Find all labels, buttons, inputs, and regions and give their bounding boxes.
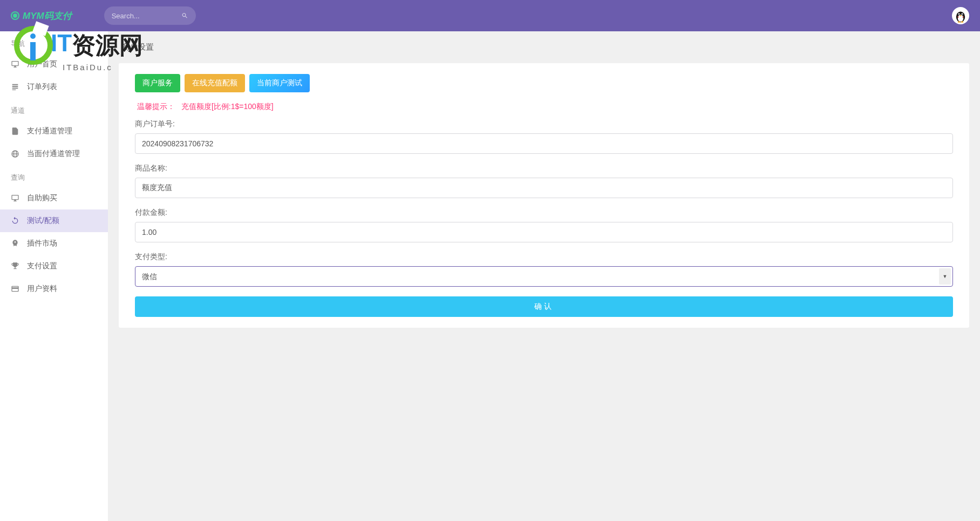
paytype-select[interactable]: 微信 <box>135 266 953 287</box>
tabs: 商户服务 在线充值配额 当前商户测试 <box>135 74 953 92</box>
sidebar-item-label: 自助购买 <box>27 193 57 203</box>
tab-merchant-test[interactable]: 当前商户测试 <box>249 74 310 92</box>
doc-icon <box>11 127 19 136</box>
sidebar-item-test-quota[interactable]: 测试/配额 <box>0 209 108 232</box>
sidebar-item-label: 插件市场 <box>27 239 57 248</box>
brand-icon <box>11 11 19 20</box>
sidebar-item-label: 订单列表 <box>27 82 57 92</box>
list-icon <box>11 83 19 91</box>
trophy-icon <box>11 262 19 270</box>
sidebar-item-plugin[interactable]: 插件市场 <box>0 232 108 255</box>
sidebar-item-face-channel[interactable]: 当面付通道管理 <box>0 143 108 165</box>
amount-label: 付款金额: <box>135 208 953 218</box>
main-content: 商户设置 商户服务 在线充值配额 当前商户测试 温馨提示： 充值额度[比例:1$… <box>108 31 980 521</box>
svg-point-8 <box>961 22 964 23</box>
sidebar-item-pay-settings[interactable]: 支付设置 <box>0 255 108 278</box>
order-input[interactable] <box>135 133 953 154</box>
penguin-icon <box>953 8 968 23</box>
hint-text: 充值额度[比例:1$=100额度] <box>181 102 274 111</box>
sidebar-item-label: 支付通道管理 <box>27 126 72 136</box>
sidebar-item-orders[interactable]: 订单列表 <box>0 76 108 98</box>
monitor-icon <box>11 60 19 69</box>
svg-point-6 <box>959 15 962 16</box>
submit-button[interactable]: 确认 <box>135 296 953 317</box>
tab-online-recharge[interactable]: 在线充值配额 <box>185 74 245 92</box>
sidebar-item-pay-channel[interactable]: 支付通道管理 <box>0 120 108 143</box>
top-header: MYM码支付 <box>0 0 980 31</box>
svg-point-4 <box>959 14 960 15</box>
sidebar-section-header: 导航 <box>0 31 108 53</box>
sidebar-section-header: 通道 <box>0 98 108 120</box>
brand-text: MYM码支付 <box>23 10 72 22</box>
paytype-label: 支付类型: <box>135 252 953 262</box>
search-icon <box>181 12 188 19</box>
refresh-icon <box>11 216 19 225</box>
card: 商户服务 在线充值配额 当前商户测试 温馨提示： 充值额度[比例:1$=100额… <box>119 63 969 328</box>
sidebar-item-label: 用户首页 <box>27 59 57 69</box>
sidebar-item-label: 支付设置 <box>27 261 57 271</box>
tab-merchant-service[interactable]: 商户服务 <box>135 74 180 92</box>
sidebar-item-label: 测试/配额 <box>27 216 59 226</box>
order-label: 商户订单号: <box>135 119 953 129</box>
page-title: 商户设置 <box>121 42 969 52</box>
sidebar-item-home[interactable]: 用户首页 <box>0 53 108 76</box>
brand-logo[interactable]: MYM码支付 <box>11 10 72 22</box>
search-input[interactable] <box>112 12 181 20</box>
sidebar-item-label: 当面付通道管理 <box>27 149 80 159</box>
hint-label: 温馨提示： <box>137 102 175 111</box>
globe-icon <box>11 150 19 158</box>
search-box[interactable] <box>104 6 196 25</box>
sidebar-item-label: 用户资料 <box>27 284 57 294</box>
avatar[interactable] <box>952 7 969 24</box>
card-icon <box>11 285 19 293</box>
product-input[interactable] <box>135 178 953 198</box>
product-label: 商品名称: <box>135 164 953 173</box>
svg-point-7 <box>958 22 961 23</box>
sidebar-item-user-profile[interactable]: 用户资料 <box>0 278 108 300</box>
sidebar-section-header: 查询 <box>0 165 108 187</box>
svg-point-5 <box>962 14 963 15</box>
hint-row: 温馨提示： 充值额度[比例:1$=100额度] <box>135 98 953 119</box>
sidebar: 导航用户首页订单列表通道支付通道管理当面付通道管理查询自助购买测试/配额插件市场… <box>0 31 108 521</box>
monitor-icon <box>11 194 19 202</box>
amount-input[interactable] <box>135 222 953 242</box>
rocket-icon <box>11 239 19 248</box>
sidebar-item-self-buy[interactable]: 自助购买 <box>0 187 108 209</box>
